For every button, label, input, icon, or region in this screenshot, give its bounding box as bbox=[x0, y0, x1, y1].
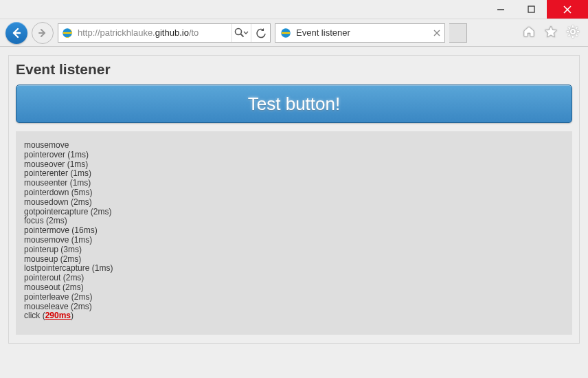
browser-tab[interactable]: Event listener bbox=[275, 23, 445, 43]
url-prefix: http://patrickhlauke. bbox=[78, 27, 155, 38]
event-log-line: mouseleave (2ms) bbox=[24, 302, 564, 312]
svg-point-8 bbox=[236, 29, 242, 35]
arrow-right-icon bbox=[37, 27, 48, 38]
svg-line-20 bbox=[576, 27, 577, 28]
event-log-line: mouseover (1ms) bbox=[24, 160, 564, 170]
arrow-left-icon bbox=[10, 27, 23, 39]
event-log-line: lostpointercapture (1ms) bbox=[24, 264, 564, 274]
settings-button[interactable] bbox=[566, 25, 580, 41]
event-log-line: pointerenter (1ms) bbox=[24, 169, 564, 179]
window-titlebar bbox=[0, 0, 588, 19]
minimize-icon bbox=[497, 5, 505, 14]
refresh-icon bbox=[256, 27, 267, 38]
page-viewport: Event listener Test button! mousemovepoi… bbox=[0, 47, 588, 378]
search-button[interactable] bbox=[231, 24, 251, 42]
new-tab-button[interactable] bbox=[449, 23, 467, 43]
chevron-down-icon bbox=[243, 30, 249, 36]
close-icon bbox=[563, 5, 572, 14]
address-bar[interactable]: http://patrickhlauke.github.io/to bbox=[58, 23, 271, 43]
event-log-line: pointerdown (5ms) bbox=[24, 188, 564, 198]
favorites-button[interactable] bbox=[544, 25, 558, 41]
back-button[interactable] bbox=[5, 22, 27, 44]
toolbar-right-icons bbox=[522, 25, 583, 41]
event-log-line: mouseenter (1ms) bbox=[24, 179, 564, 188]
event-log-line: mousedown (2ms) bbox=[24, 198, 564, 208]
window-close-button[interactable] bbox=[547, 0, 588, 19]
close-icon bbox=[433, 30, 440, 36]
svg-line-18 bbox=[569, 27, 570, 28]
svg-line-19 bbox=[576, 34, 577, 36]
event-log: mousemovepointerover (1ms)mouseover (1ms… bbox=[16, 131, 572, 335]
svg-point-13 bbox=[571, 30, 575, 34]
home-button[interactable] bbox=[522, 25, 536, 41]
star-icon bbox=[544, 25, 558, 38]
maximize-icon bbox=[528, 5, 535, 13]
ie-logo-icon bbox=[61, 27, 74, 39]
event-log-line: click (290ms) bbox=[24, 311, 564, 321]
test-button[interactable]: Test button! bbox=[16, 85, 572, 123]
tab-close-button[interactable] bbox=[433, 27, 440, 38]
forward-button[interactable] bbox=[32, 22, 54, 44]
event-log-line: pointerleave (2ms) bbox=[24, 293, 564, 302]
url-suffix: /to bbox=[189, 27, 199, 38]
event-log-line: pointerup (3ms) bbox=[24, 245, 564, 255]
event-log-line: mouseup (2ms) bbox=[24, 255, 564, 265]
window-minimize-button[interactable] bbox=[485, 0, 516, 19]
gear-icon bbox=[566, 25, 580, 38]
event-log-line: gotpointercapture (2ms) bbox=[24, 208, 564, 217]
event-log-line: pointerout (2ms) bbox=[24, 274, 564, 283]
event-log-line: pointerover (1ms) bbox=[24, 151, 564, 160]
home-icon bbox=[522, 25, 536, 38]
ie-logo-icon bbox=[280, 27, 292, 39]
page-content: Event listener Test button! mousemovepoi… bbox=[8, 55, 580, 344]
svg-rect-1 bbox=[528, 6, 534, 12]
event-log-line: mouseout (2ms) bbox=[24, 283, 564, 293]
address-bar-text: http://patrickhlauke.github.io/to bbox=[74, 27, 231, 38]
event-log-line: mousemove (1ms) bbox=[24, 236, 564, 245]
svg-line-21 bbox=[569, 34, 570, 36]
event-log-line: pointermove (16ms) bbox=[24, 226, 564, 236]
window-maximize-button[interactable] bbox=[516, 0, 547, 19]
refresh-button[interactable] bbox=[251, 24, 270, 42]
browser-toolbar: http://patrickhlauke.github.io/to Event … bbox=[0, 19, 588, 47]
page-heading: Event listener bbox=[9, 56, 579, 85]
event-log-line: mousemove bbox=[24, 141, 564, 151]
url-domain: github.io bbox=[155, 27, 189, 38]
tab-title: Event listener bbox=[296, 27, 429, 38]
event-log-line: focus (2ms) bbox=[24, 216, 564, 226]
